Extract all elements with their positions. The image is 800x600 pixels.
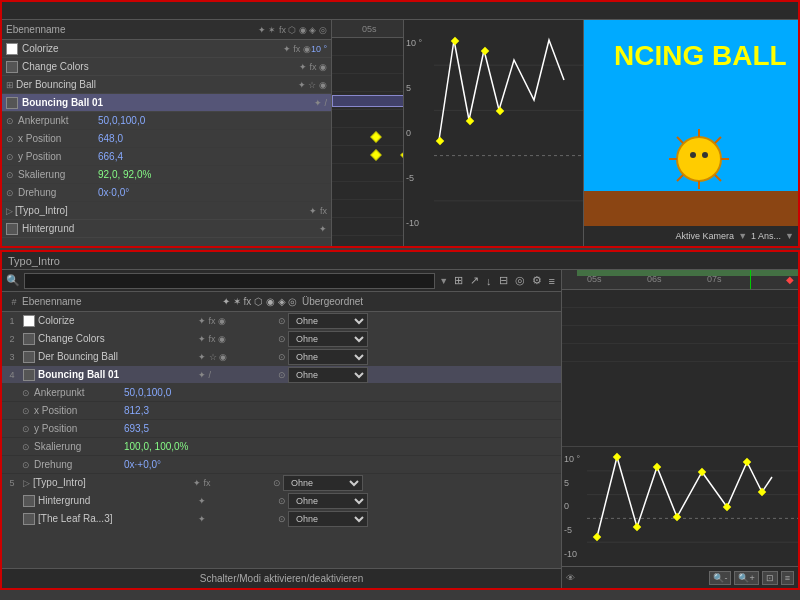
- svg-line-15: [677, 137, 683, 143]
- parent-select-typo[interactable]: Ohne: [283, 475, 363, 491]
- bp-drehung: ⊙ Drehung 0x·+0,0°: [2, 456, 561, 474]
- parent-select-dbb[interactable]: Ohne: [288, 349, 368, 365]
- bottom-row-dbb[interactable]: 3 Der Bouncing Ball ✦ ☆ ◉ ⊙ Ohne: [2, 348, 561, 366]
- row-icons-typo: ✦ fx: [193, 478, 273, 488]
- layer-col-icons: ✦ ✶ fx ⬡ ◉ ◈ ◎: [258, 25, 327, 35]
- layer-row-change-colors[interactable]: Change Colors ✦ fx ◉: [2, 58, 331, 76]
- row-parent-leaf: ⊙ Ohne: [278, 511, 559, 527]
- layer-row-colorize[interactable]: Colorize ✦ fx ◉ 10 °: [2, 40, 331, 58]
- prop-skalierung: ⊙ Skalierung 92,0, 92,0%: [2, 166, 331, 184]
- parent-select-colorize[interactable]: Ohne: [288, 313, 368, 329]
- br-trow-1: [562, 290, 798, 308]
- bp-xpos: ⊙ x Position 812,3: [2, 402, 561, 420]
- layer-check-changecolors[interactable]: [6, 61, 18, 73]
- stop-icon: ⊙: [6, 116, 14, 126]
- timeline-row-xpos: [332, 128, 403, 146]
- bottom-row-leaf[interactable]: [The Leaf Ra...3] ✦ ⊙ Ohne: [2, 510, 561, 528]
- y-icon: ⊙: [6, 152, 14, 162]
- bottom-row-bb01[interactable]: 4 Bouncing Ball 01 ✦ / ⊙ Ohne: [2, 366, 561, 384]
- layer-row-typo[interactable]: ▷ [Typo_Intro] ✦ fx: [2, 202, 331, 220]
- bottom-row-typo[interactable]: 5 ▷ [Typo_Intro] ✦ fx ⊙ Ohne: [2, 474, 561, 492]
- svg-line-17: [677, 175, 683, 181]
- top-graph-labels: 10 ° 5 0 -5 -10: [406, 20, 436, 246]
- graph-label-5: 5: [406, 83, 436, 93]
- bottom-panel-title: Typo_Intro: [8, 255, 60, 267]
- status-bar: Schalter/Modi aktivieren/deaktivieren: [2, 568, 561, 588]
- layer-icons-hg: ✦: [319, 224, 327, 234]
- view-chevron-icon[interactable]: ▼: [785, 231, 794, 241]
- prop-val-drehung: 0x·0,0°: [98, 187, 129, 198]
- prop-ypos: ⊙ y Position 666,4: [2, 148, 331, 166]
- row-num-4: 4: [4, 370, 20, 380]
- layer-check-hg[interactable]: [6, 223, 18, 235]
- parent-select-bb01[interactable]: Ohne: [288, 367, 368, 383]
- bottom-row-changecolors[interactable]: 2 Change Colors ✦ fx ◉ ⊙ Ohne: [2, 330, 561, 348]
- layer-row-der-bouncing-ball[interactable]: ⊞ Der Bouncing Ball ✦ ☆ ◉: [2, 76, 331, 94]
- view-label: 1 Ans...: [751, 231, 781, 241]
- parent-select-hg[interactable]: Ohne: [288, 493, 368, 509]
- bp-ankerpunkt-icon: ⊙: [22, 388, 30, 398]
- row-check-leaf[interactable]: [23, 513, 35, 525]
- prop-val-ankerpunkt: 50,0,100,0: [98, 115, 145, 126]
- zoom-in-btn[interactable]: 🔍+: [734, 571, 758, 585]
- bp-ypos-label: y Position: [34, 423, 124, 434]
- search-arrow[interactable]: ▼: [439, 276, 448, 286]
- import-icon[interactable]: ↓: [484, 274, 494, 288]
- prop-val-xpos: 648,0: [98, 133, 123, 144]
- bottom-layer-header: # Ebenenname ✦ ✶ fx ⬡ ◉ ◈ ◎ Übergeordnet: [2, 292, 561, 312]
- circle-icon[interactable]: ◎: [513, 273, 527, 288]
- more-graph-btn[interactable]: ≡: [781, 571, 794, 585]
- row-parent-dbb: ⊙ Ohne: [278, 349, 559, 365]
- layer-check-bb01[interactable]: [6, 97, 18, 109]
- layer-icons-dbb: ✦ ☆ ◉: [298, 80, 327, 90]
- row-icons-dbb: ✦ ☆ ◉: [198, 352, 278, 362]
- search-input[interactable]: [24, 273, 435, 289]
- settings-icon[interactable]: ⚙: [530, 273, 544, 288]
- row-parent-bb01: ⊙ Ohne: [278, 367, 559, 383]
- graph-label-neg10: -10: [406, 218, 436, 228]
- fit-btn[interactable]: ⊡: [762, 571, 778, 585]
- row-check-4[interactable]: [23, 369, 35, 381]
- br-mark-07s: 07s: [707, 274, 722, 284]
- parent-select-leaf[interactable]: Ohne: [288, 511, 368, 527]
- row-check-hg[interactable]: [23, 495, 35, 507]
- arrow-icon[interactable]: ↗: [468, 273, 481, 288]
- eye-icon[interactable]: 👁: [566, 573, 575, 583]
- grid-icon[interactable]: ⊟: [497, 273, 510, 288]
- loop-bar: [577, 270, 798, 276]
- zoom-out-btn[interactable]: 🔍-: [709, 571, 731, 585]
- layer-name-typo: [Typo_Intro]: [15, 205, 309, 216]
- top-layer-header: Ebenenname ✦ ✶ fx ⬡ ◉ ◈ ◎: [2, 20, 331, 40]
- br-graph-svg: [587, 447, 798, 566]
- svg-rect-31: [743, 458, 751, 466]
- layer-row-hg[interactable]: Hintergrund ✦: [2, 220, 331, 238]
- layer-row-bb01[interactable]: Bouncing Ball 01 ✦ /: [2, 94, 331, 112]
- timeline-row-hg: [332, 218, 403, 236]
- parent-select-cc[interactable]: Ohne: [288, 331, 368, 347]
- row-check-3[interactable]: [23, 351, 35, 363]
- top-timeline-rows: [332, 38, 403, 246]
- new-comp-icon[interactable]: ⊞: [452, 273, 465, 288]
- bottom-left: 🔍 ▼ ⊞ ↗ ↓ ⊟ ◎ ⚙ ≡ # Ebenenname ✦ ✶ fx ⬡ …: [2, 270, 562, 588]
- layer-check-colorize[interactable]: [6, 43, 18, 55]
- br-label-5: 5: [564, 478, 589, 488]
- col-num: #: [6, 297, 22, 307]
- bp-ypos-val: 693,5: [124, 423, 149, 434]
- toolbar-icons: ⊞ ↗ ↓ ⊟ ◎ ⚙ ≡: [452, 273, 557, 288]
- br-trow-2: [562, 308, 798, 326]
- status-text: Schalter/Modi aktivieren/deaktivieren: [200, 573, 363, 584]
- timeline-row-3: [332, 74, 403, 92]
- timeline-row-4: [332, 92, 403, 110]
- row-check-2[interactable]: [23, 333, 35, 345]
- bp-ankerpunkt: ⊙ Ankerpunkt 50,0,100,0: [2, 384, 561, 402]
- chevron-down-icon[interactable]: ▼: [738, 231, 747, 241]
- bottom-row-hg[interactable]: Hintergrund ✦ ⊙ Ohne: [2, 492, 561, 510]
- bottom-row-colorize[interactable]: 1 Colorize ✦ fx ◉ ⊙ Ohne: [2, 312, 561, 330]
- graph-label-neg5: -5: [406, 173, 436, 183]
- row-name-colorize: Colorize: [38, 315, 198, 326]
- row-check-1[interactable]: [23, 315, 35, 327]
- timeline-row-ankerpunkt: [332, 110, 403, 128]
- row-icons-colorize: ✦ fx ◉: [198, 316, 278, 326]
- more-icon[interactable]: ≡: [547, 274, 557, 288]
- top-timeline: 05s 06s 07s: [332, 20, 403, 246]
